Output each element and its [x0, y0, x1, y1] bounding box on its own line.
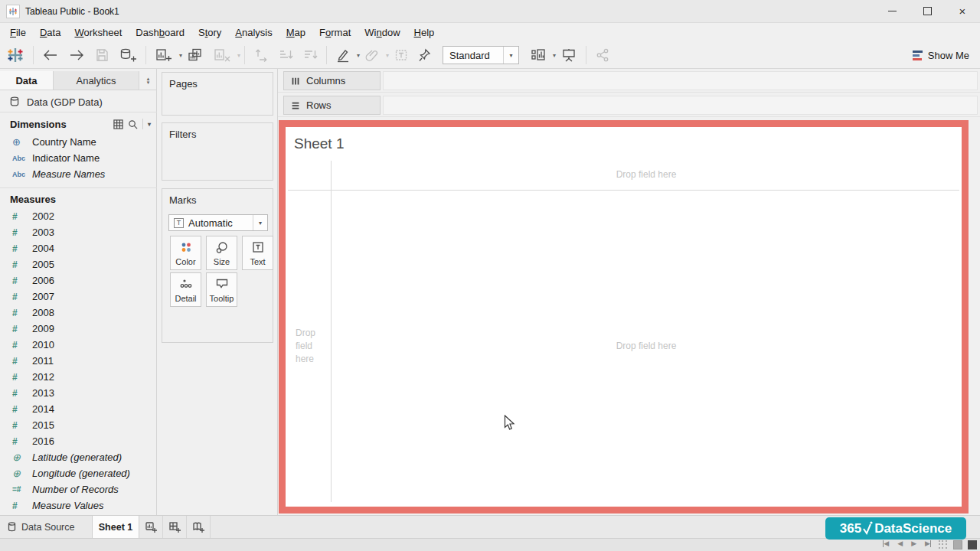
drop-field-zone-top[interactable]: Drop field here: [331, 169, 962, 180]
show-sheet-sorter-icon[interactable]: [968, 540, 977, 549]
field-2014[interactable]: #2014: [0, 401, 157, 417]
new-data-source-button[interactable]: [114, 44, 142, 66]
clear-sheet-button[interactable]: [208, 44, 236, 66]
new-worksheet-button[interactable]: [150, 44, 178, 66]
search-icon[interactable]: [128, 119, 138, 129]
menu-data[interactable]: Data: [33, 23, 67, 42]
tooltip-button[interactable]: Tooltip: [206, 272, 237, 307]
rows-shelf-label: Rows: [283, 96, 381, 115]
show-tabs-icon[interactable]: [939, 540, 948, 549]
field-2006[interactable]: #2006: [0, 272, 157, 289]
first-sheet-button[interactable]: ◀: [883, 540, 889, 547]
field-2012[interactable]: #2012: [0, 369, 157, 385]
fit-selector-button[interactable]: [525, 44, 551, 66]
share-button[interactable]: [590, 44, 615, 66]
show-filmstrip-icon[interactable]: [953, 540, 962, 549]
hash-icon: #: [12, 404, 32, 415]
field-latitude[interactable]: ⊕Latitude (generated): [0, 449, 157, 465]
show-me-button[interactable]: Show Me: [913, 50, 969, 61]
size-button[interactable]: Size: [206, 236, 237, 270]
menu-window[interactable]: Window: [358, 23, 407, 42]
menu-map[interactable]: Map: [279, 23, 312, 42]
text-button[interactable]: Text: [242, 236, 273, 270]
datasource-item[interactable]: Data (GDP Data): [0, 92, 157, 112]
swap-rows-columns-button[interactable]: [249, 44, 273, 66]
field-measure-values[interactable]: #Measure Values: [0, 497, 157, 514]
field-2016[interactable]: #2016: [0, 433, 157, 449]
menu-file[interactable]: File: [3, 23, 33, 42]
rows-shelf-droparea[interactable]: [383, 96, 978, 115]
rows-shelf[interactable]: Rows: [278, 93, 980, 117]
show-mark-labels-button[interactable]: [389, 44, 413, 66]
marks-card: Marks T Automatic ▾ Color Size Text: [162, 188, 273, 343]
minimize-button[interactable]: [874, 0, 910, 22]
group-members-button[interactable]: [360, 44, 384, 66]
field-2010[interactable]: #2010: [0, 337, 157, 353]
text-box-icon: [243, 241, 273, 253]
menu-format[interactable]: Format: [312, 23, 358, 42]
presentation-mode-button[interactable]: [556, 44, 582, 66]
field-2002[interactable]: #2002: [0, 208, 157, 224]
field-2008[interactable]: #2008: [0, 305, 157, 321]
field-2011[interactable]: #2011: [0, 353, 157, 369]
field-country-name[interactable]: ⊕Country Name: [0, 134, 157, 150]
sheet-canvas-highlight: Sheet 1 Drop field here Drop field here …: [279, 120, 969, 514]
new-story-tab-button[interactable]: [187, 516, 211, 538]
menu-story[interactable]: Story: [191, 23, 228, 42]
field-2007[interactable]: #2007: [0, 289, 157, 305]
columns-shelf[interactable]: Columns: [278, 69, 980, 93]
menu-help[interactable]: Help: [407, 23, 442, 42]
close-button[interactable]: ×: [945, 0, 980, 22]
save-button[interactable]: [90, 44, 114, 66]
pane-swap-icon[interactable]: ▴▾: [139, 71, 157, 90]
drop-field-zone-center[interactable]: Drop field here: [331, 341, 962, 351]
sort-descending-button[interactable]: [298, 44, 322, 66]
sort-ascending-button[interactable]: [273, 44, 298, 66]
pages-shelf[interactable]: Pages: [162, 72, 273, 116]
columns-shelf-droparea[interactable]: [383, 71, 978, 90]
color-button[interactable]: Color: [170, 236, 201, 270]
tab-data[interactable]: Data: [0, 71, 54, 90]
mark-type-dropdown[interactable]: T Automatic ▾: [168, 214, 268, 231]
tab-data-source[interactable]: Data Source: [0, 516, 92, 538]
field-2015[interactable]: #2015: [0, 417, 157, 433]
view-mode-select[interactable]: Standard ▾: [443, 46, 519, 64]
pane-menu-caret-icon[interactable]: ▾: [148, 121, 151, 128]
maximize-button[interactable]: [910, 0, 945, 22]
duplicate-sheet-button[interactable]: [182, 44, 208, 66]
last-sheet-button[interactable]: ▶: [925, 540, 931, 547]
previous-sheet-button[interactable]: ◀: [897, 540, 903, 547]
field-2004[interactable]: #2004: [0, 240, 157, 256]
menu-analysis[interactable]: Analysis: [228, 23, 279, 42]
logo-name: DataScience: [874, 521, 952, 536]
field-indicator-name[interactable]: AbcIndicator Name: [0, 150, 157, 166]
detail-dots-icon: [171, 278, 201, 290]
menu-dashboard[interactable]: Dashboard: [129, 23, 191, 42]
menu-worksheet[interactable]: Worksheet: [67, 23, 129, 42]
filters-shelf[interactable]: Filters: [162, 122, 273, 181]
detail-button[interactable]: Detail: [170, 272, 201, 307]
tab-sheet1[interactable]: Sheet 1: [92, 516, 139, 538]
tab-analytics[interactable]: Analytics: [54, 71, 139, 90]
color-dots-icon: [171, 241, 201, 255]
highlight-pen-button[interactable]: [331, 44, 355, 66]
drop-field-zone-left[interactable]: Drop field here: [296, 327, 328, 366]
clear-sheet-caret-icon[interactable]: ▾: [237, 52, 240, 59]
field-2013[interactable]: #2013: [0, 385, 157, 401]
hash-icon: #: [12, 388, 32, 399]
next-sheet-button[interactable]: ▶: [911, 540, 916, 547]
new-worksheet-tab-button[interactable]: [139, 516, 163, 538]
field-2005[interactable]: #2005: [0, 256, 157, 272]
field-2003[interactable]: #2003: [0, 224, 157, 240]
fix-axes-pin-button[interactable]: [413, 44, 436, 66]
undo-button[interactable]: [38, 44, 64, 66]
new-dashboard-tab-button[interactable]: [163, 516, 187, 538]
redo-button[interactable]: [64, 44, 90, 66]
hash-icon: #: [12, 292, 32, 302]
data-pane-tabs: Data Analytics ▴▾: [0, 71, 157, 90]
view-data-grid-icon[interactable]: [113, 119, 123, 129]
field-number-of-records[interactable]: =#Number of Records: [0, 481, 157, 497]
field-2009[interactable]: #2009: [0, 321, 157, 337]
field-measure-names[interactable]: AbcMeasure Names: [0, 166, 157, 182]
field-longitude[interactable]: ⊕Longitude (generated): [0, 465, 157, 481]
